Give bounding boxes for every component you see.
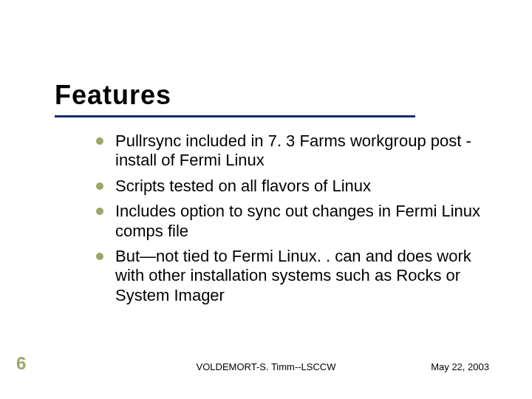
bullet-item: Pullrsync included in 7. 3 Farms workgro… <box>96 132 495 171</box>
slide: Features Pullrsync included in 7. 3 Farm… <box>0 0 532 399</box>
slide-content: Pullrsync included in 7. 3 Farms workgro… <box>96 132 495 311</box>
footer-date: May 22, 2003 <box>431 361 489 372</box>
title-underline <box>55 115 415 117</box>
bullet-item: Includes option to sync out changes in F… <box>96 202 495 241</box>
bullet-item: But—not tied to Fermi Linux. . can and d… <box>96 247 495 305</box>
bullet-item: Scripts tested on all flavors of Linux <box>96 177 495 196</box>
slide-title: Features <box>55 80 171 111</box>
bullet-list: Pullrsync included in 7. 3 Farms workgro… <box>96 132 495 305</box>
